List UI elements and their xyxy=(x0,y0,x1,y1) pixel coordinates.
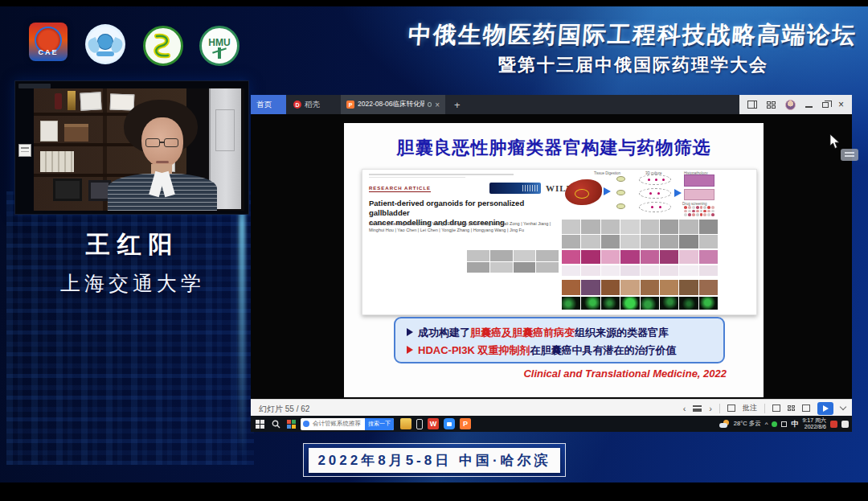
hmu-logo: HMU xyxy=(199,26,240,66)
taskbar-search-box[interactable]: 会计管账系统推荐 搜索一下 xyxy=(301,418,394,430)
system-tray: 28°C 多云 ^ 中 9:17 周六 2022/8/6 xyxy=(719,417,852,430)
slideshow-play-button[interactable] xyxy=(817,402,833,415)
wps-app-icon[interactable]: W xyxy=(428,418,439,429)
figure-cell xyxy=(620,297,639,310)
wall-note-card xyxy=(18,144,31,157)
collapsed-panel-chip[interactable] xyxy=(841,149,858,161)
footer-banner-text: 2022年8月5-8日 中国·哈尔滨 xyxy=(317,451,551,470)
wps-status-bar: 幻灯片 55 / 62 ‹ › 批注 xyxy=(251,399,852,416)
sample-icon xyxy=(616,190,625,195)
figure-cell xyxy=(620,250,639,264)
photo-frame xyxy=(53,179,82,201)
figure-cell xyxy=(601,235,620,249)
chat-icon[interactable] xyxy=(841,421,849,428)
tray-green-icon[interactable] xyxy=(772,421,777,427)
taskbar-search-go-button[interactable]: 搜索一下 xyxy=(365,418,394,430)
figure-cell xyxy=(581,280,600,295)
drug-well xyxy=(700,210,703,213)
figure-cell xyxy=(699,235,718,249)
figure-cell xyxy=(699,297,718,310)
tab-home[interactable]: 首页 xyxy=(251,95,286,114)
paper-authors: Bo Yuan | Xiaoling Zhao | Xiong Wang | E… xyxy=(369,221,559,233)
figure-cell xyxy=(581,250,600,264)
tab-grid-icon[interactable] xyxy=(767,101,776,109)
next-slide-icon[interactable]: › xyxy=(709,404,712,413)
meeting-app-icon[interactable] xyxy=(444,418,455,429)
start-button[interactable] xyxy=(251,420,268,429)
restore-button[interactable] xyxy=(822,102,829,108)
wpp-app-icon[interactable]: P xyxy=(460,418,471,429)
figure-cell xyxy=(581,297,600,310)
close-button[interactable]: × xyxy=(838,101,844,109)
annotate-icon[interactable] xyxy=(727,404,735,412)
reading-view-icon[interactable] xyxy=(802,404,810,412)
figure-cell xyxy=(641,280,659,295)
summary-box: 成功构建了胆囊癌及胆囊癌前病变组织来源的类器官库HDAC-PI3K 双重抑制剂在… xyxy=(394,317,725,363)
hidden-icons-chevron-icon[interactable]: ^ xyxy=(765,421,768,428)
drug-well xyxy=(707,213,710,216)
figure-cell xyxy=(620,280,639,295)
windows-taskbar: 会计管账系统推荐 搜索一下 W P 28°C 多云 ^ 中 9:17 周六 20… xyxy=(251,416,852,432)
prev-slide-icon[interactable]: ‹ xyxy=(683,404,686,413)
drug-well xyxy=(703,206,706,209)
society-emblem-logo xyxy=(85,24,125,64)
tab-presentation-file[interactable]: P 2022-08-06临床转化研究.pptx × xyxy=(341,95,445,114)
slide: 胆囊良恶性肿瘤类器官构建与药物筛选 RESEARCH ARTICLE WILEY… xyxy=(344,123,764,397)
figure-cell xyxy=(699,250,718,264)
new-tab-button[interactable]: + xyxy=(448,95,463,114)
summary-bullet: HDAC-PI3K 双重抑制剂在胆囊癌中具有潜在的治疗价值 xyxy=(407,342,712,359)
drug-well xyxy=(696,206,699,209)
taskbar-search-icon[interactable] xyxy=(268,420,283,429)
ime-indicator[interactable]: 中 xyxy=(791,419,798,429)
figure-cell xyxy=(660,280,678,295)
drug-well xyxy=(684,206,687,209)
figure-cell xyxy=(601,280,620,295)
drug-well xyxy=(711,206,714,209)
task-view-icon[interactable] xyxy=(283,420,299,429)
drug-well xyxy=(696,213,699,216)
footer-banner: 2022年8月5-8日 中国·哈尔滨 xyxy=(309,448,560,473)
figure-cell xyxy=(467,250,489,261)
citation: Clinical and Translational Medicine, 202… xyxy=(523,368,727,380)
hmu-logo-text: HMU xyxy=(202,37,237,48)
figure-cell xyxy=(641,235,659,249)
pin-icon xyxy=(428,102,432,107)
histology-thumb xyxy=(684,175,714,187)
figure-cell xyxy=(660,297,678,310)
play-options-chevron-icon[interactable] xyxy=(840,404,846,410)
minimize-button[interactable] xyxy=(805,106,813,108)
clock-date: 2022/8/6 xyxy=(805,424,826,429)
paper-article-type: RESEARCH ARTICLE xyxy=(369,186,431,192)
annotate-label: 批注 xyxy=(743,403,757,413)
figure-cell xyxy=(562,280,580,295)
user-avatar[interactable] xyxy=(785,100,796,110)
tab-docer[interactable]: D 稻壳 xyxy=(288,95,326,114)
window-controls: × xyxy=(739,95,852,114)
figure-cell xyxy=(679,297,698,310)
figure-cell xyxy=(660,235,678,249)
drug-well xyxy=(684,213,687,216)
weather-text[interactable]: 28°C 多云 xyxy=(734,420,761,428)
normal-view-icon[interactable] xyxy=(772,404,780,412)
ihc-row xyxy=(562,280,718,295)
figure-cell xyxy=(581,220,600,234)
slide-list-icon[interactable] xyxy=(693,405,702,412)
forum-subtitle: 暨第十三届中俄国际药理学大会 xyxy=(448,53,818,77)
pharmacology-logo-glyph xyxy=(145,28,181,64)
wps-tab-bar: 首页 D 稻壳 P 2022-08-06临床转化研究.pptx × + × xyxy=(251,95,852,114)
tray-app-icon[interactable] xyxy=(781,421,787,427)
phone-app-icon[interactable] xyxy=(411,419,428,429)
figure-cell xyxy=(679,235,698,249)
tab-close-icon[interactable]: × xyxy=(435,101,440,109)
split-view-icon[interactable] xyxy=(747,101,757,109)
figure-cell xyxy=(536,250,559,261)
file-explorer-icon[interactable] xyxy=(400,418,411,429)
clock[interactable]: 9:17 周六 2022/8/6 xyxy=(802,417,826,430)
notification-badge-icon[interactable] xyxy=(830,421,837,428)
slide-sorter-icon[interactable] xyxy=(788,405,795,411)
figure-cell xyxy=(699,265,718,276)
figure-cell xyxy=(562,265,580,276)
figure-cell xyxy=(641,220,659,234)
cae-logo-text: CAE xyxy=(29,48,68,56)
drug-screening-grid xyxy=(684,206,714,216)
